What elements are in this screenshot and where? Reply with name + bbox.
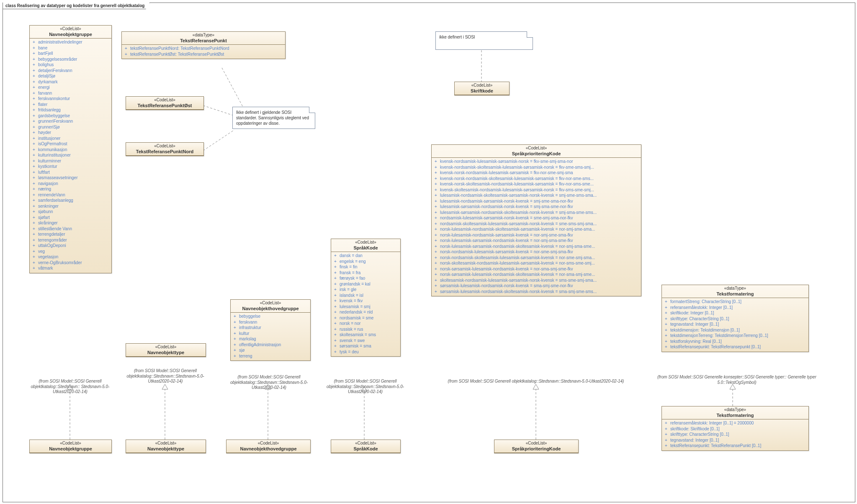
attr-row: +formatertStreng: CharacterString [0..1] <box>664 299 806 305</box>
attr-row: +bane <box>32 45 109 51</box>
stereo: «dataType» <box>124 33 283 38</box>
attr-row: +lulesamisk-nordsamisk-sørsamisk-norsk-k… <box>434 198 638 204</box>
attr-row: +kvensk-skoltesamisk-nordsamisk-lulesami… <box>434 187 638 193</box>
class-name: Navneobjektgruppe <box>31 32 110 38</box>
attr-row: +gardsbebyggelse <box>32 113 109 119</box>
attr-row: +fransk = fra <box>334 270 398 276</box>
stereo: «CodeList» <box>456 83 507 88</box>
note-text: Ikke definert i gjeldende SOSI standarde… <box>236 110 309 126</box>
class-trpost: «CodeList»TekstReferansePunktØst <box>126 96 204 110</box>
note-tekstref: Ikke definert i gjeldende SOSI standarde… <box>232 107 315 129</box>
attr-row: +nordsamisk = sme <box>334 315 398 321</box>
stereo: «CodeList» <box>128 98 202 103</box>
attr-row: +vegetasjon <box>32 254 109 260</box>
attr-row: +bebyggelsesområder <box>32 57 109 62</box>
attr-row: +bebyggelse <box>233 314 308 319</box>
attr-row: +islandsk = isl <box>334 293 398 298</box>
attr-row: +bolighus <box>32 62 109 68</box>
note-sosi-undef: ikke definert i SOSI <box>435 31 533 50</box>
class-name: SpråkKode <box>333 245 399 251</box>
attr-row: +høyder <box>32 130 109 136</box>
attr-row: +detaljiSjø <box>32 73 109 79</box>
class-navneobjektgruppe-bot: «CodeList»Navneobjektgruppe <box>29 440 112 453</box>
attr-row: +detaljeriFerskvann <box>32 68 109 74</box>
attr-row: +sjø <box>233 347 308 353</box>
attr-row: +ferskvann <box>233 319 308 325</box>
class-name: Navneobjekthovedgruppe <box>228 446 309 452</box>
attr-row: +kvensk-norsk-nordsamisk-skoltesamisk-lu… <box>434 176 638 182</box>
attr-row: +kultur <box>233 331 308 337</box>
class-navneobjekttype: «CodeList»Navneobjekttype <box>126 343 206 357</box>
class-trpnord: «CodeList»TekstReferansePunktNord <box>126 142 204 156</box>
attr-row: +tekstReferansePunktNord: TekstReferanse… <box>124 46 283 51</box>
attr-row: +uttakOgDeponi <box>32 243 109 249</box>
attr-row: +bartFjell <box>32 51 109 57</box>
class-navneobjekthovedgruppe: «CodeList»Navneobjekthovedgruppe +bebygg… <box>230 299 311 361</box>
attr-row: +tysk = deu <box>334 349 398 355</box>
attr-row: +kulturinstitusjoner <box>32 152 109 158</box>
stereo: «CodeList» <box>31 441 110 446</box>
class-tekstformatering-top: «dataType»Tekstformatering +formatertStr… <box>661 285 809 352</box>
attr-row: +skoltesamisk-nordsamisk-lulesamisk-sørs… <box>434 278 638 283</box>
attr-row: +kommunikasjon <box>32 147 109 153</box>
attr-row: +lulesamisk-sørsamisk-nordsamisk-skoltes… <box>434 210 638 216</box>
stereo: «CodeList» <box>333 240 399 245</box>
attr-row: +norsk-nordsamisk-skoltesamisk-lulesamis… <box>434 255 638 261</box>
attr-row: +tekstforskyvning: Real [0..1] <box>664 339 806 345</box>
attr-row: +finsk = fin <box>334 264 398 270</box>
attr-row: +administrativeIndelinger <box>32 39 109 45</box>
class-tekstreferansepunkt: «dataType»TekstReferansePunkt +tekstRefe… <box>121 31 286 59</box>
attr-row: +dansk = dan <box>334 253 398 259</box>
class-tekstformatering-bot: «dataType»Tekstformatering +referansemål… <box>661 406 809 451</box>
attr-row: +terrengdetaljer <box>32 231 109 237</box>
caption-tekstfmt: (from SOSI Model::SOSI Generelle konsept… <box>653 375 821 385</box>
attr-row: +referansemålestokk: Integer [0..1] = 20… <box>664 420 806 426</box>
class-sprakprioriteringkode-bot: «CodeList»SpråkprioriteringKode <box>494 440 579 453</box>
attr-row: +farvann <box>32 90 109 96</box>
attr-row: +rennendeVann <box>32 192 109 198</box>
attr-row: +veg <box>32 249 109 255</box>
class-skriftkode: «CodeList»Skriftkode <box>454 82 510 95</box>
class-name: Navneobjekttype <box>128 350 204 356</box>
attr-row: +irsk = gle <box>334 287 398 293</box>
attr-row: +nederlandsk = nld <box>334 309 398 315</box>
note-text: ikke definert i SOSI <box>439 35 475 39</box>
attr-row: +isOgPermafrost <box>32 141 109 147</box>
attr-row: +nordsamisk-skoltesamisk-lulesamisk-sørs… <box>434 221 638 227</box>
attr-row: +fritidsanlegg <box>32 107 109 113</box>
stereo: «CodeList» <box>496 441 576 446</box>
stereo: «CodeList» <box>128 345 204 350</box>
attr-row: +kvensk-norsk-skoltesamisk-nordsamisk-lu… <box>434 181 638 187</box>
attr-row: +norsk-sørsamisk-lulesamisk-nordsamisk-k… <box>434 266 638 272</box>
caption-navhgrp: (from SOSI Model::SOSI Generell objektka… <box>224 375 314 391</box>
caption-sprak: (from SOSI Model::SOSI Generell objektka… <box>318 379 412 395</box>
attr-row: +kvensk-nordsamisk-lulesamisk-sørsamisk-… <box>434 159 638 165</box>
attr-row: +flater <box>32 102 109 108</box>
attr-row: +grunneriFerskvann <box>32 118 109 124</box>
attr-row: +lulesamisk-sørsamisk-nordsamisk-norsk-k… <box>434 204 638 210</box>
attr-row: +skrifttype: CharacterString [0..1] <box>664 432 806 437</box>
attr-row: +færøysk = fao <box>334 275 398 281</box>
attr-row: +skråninger <box>32 220 109 226</box>
class-navneobjekthovedgruppe-bot: «CodeList»Navneobjekthovedgruppe <box>226 440 311 453</box>
attr-row: +nordsamisk-lulesamisk-sørsamisk-norsk-k… <box>434 215 638 221</box>
class-sprakprioriteringkode: «CodeList»SpråkprioriteringKode +kvensk-… <box>431 144 641 296</box>
attr-row: +engelsk = eng <box>334 259 398 265</box>
attr-row: +tegnavstand: Integer [0..1] <box>664 437 806 443</box>
attr-row: +sørsamisk-lulesamisk-nordsamisk-skoltes… <box>434 289 638 295</box>
attr-row: +næring <box>32 186 109 192</box>
attr-row: +terreng <box>233 353 308 359</box>
stereo: «dataType» <box>664 407 807 413</box>
attr-row: +grønlandsk = kal <box>334 281 398 287</box>
stereo: «CodeList» <box>232 301 309 306</box>
class-name: Tekstformatering <box>664 413 807 419</box>
attr-row: +russisk = rus <box>334 327 398 332</box>
attr-row: +skrifttype: CharacterString [0..1] <box>664 316 806 322</box>
attr-row: +kvensk-nordsamisk-skoltesamisk-lulesami… <box>434 165 638 170</box>
attr-row: +verne-OgBruksområder <box>32 260 109 266</box>
class-name: Navneobjekttype <box>128 446 204 452</box>
attr-row: +løsmasseavsetninger <box>32 175 109 181</box>
attr-row: +infrastruktur <box>233 325 308 331</box>
attr-row: +samferdselsanlegg <box>32 198 109 203</box>
attr-row: +dyrkamark <box>32 79 109 85</box>
